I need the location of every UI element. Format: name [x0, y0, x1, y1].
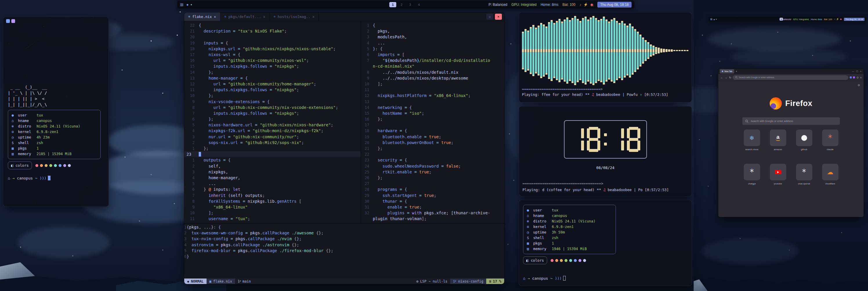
line-number: 6	[184, 187, 199, 192]
shortcut-tile-github[interactable]: github	[796, 129, 812, 151]
workspace-button-3[interactable]: 3	[788, 18, 791, 21]
bottom-pane[interactable]: 1{pkgs, ...}: {2 tux-awesome-wm-config =…	[184, 223, 504, 279]
terminal-tab-icon[interactable]	[11, 19, 15, 23]
line-number: 23	[361, 158, 373, 162]
palette-dot	[40, 164, 43, 167]
code-line: 3 nixpkgs,	[184, 169, 361, 175]
shortcut-tile-claude[interactable]: *claude	[822, 129, 838, 151]
browser-app-icon[interactable]: ●	[716, 18, 717, 20]
workspace-button-2[interactable]: 2	[398, 2, 405, 7]
line-number: 19	[361, 135, 373, 139]
extension-icon[interactable]	[853, 77, 855, 79]
account-icon[interactable]: ⊙	[857, 76, 859, 79]
terminal-fastfetch-window[interactable]: _ __ (_)__ __ | '_ \ | |\ \/ / | | | || …	[3, 17, 109, 207]
system-tray: ♪⚡◉	[579, 3, 593, 7]
fetch-label: memory	[18, 152, 36, 156]
music-title: ffee for your head) **	[541, 92, 592, 97]
code-line: 5 firefox-mod-blur = pkgs.callPackage ./…	[184, 248, 504, 254]
minimize-icon[interactable]: —	[852, 70, 854, 72]
url-bar[interactable]	[733, 75, 848, 80]
branch-icon	[238, 280, 241, 283]
line-number: 14	[184, 70, 199, 75]
refresh-icon[interactable]: ↻	[729, 76, 731, 79]
shortcut-tile-chatgpt[interactable]: *chatgpt	[744, 164, 760, 185]
terminal-tab-icon[interactable]	[6, 19, 10, 23]
workspace-button-4[interactable]: 4	[792, 18, 795, 21]
line-number: 11	[361, 87, 373, 92]
shortcut-tile-amazon[interactable]: aamazon	[770, 129, 786, 151]
code-line: 3 nur.url = "github:nix-community/nur";	[184, 134, 361, 140]
workspace-button-3[interactable]: 3	[407, 2, 414, 7]
tab-close-icon[interactable]: ×	[263, 15, 265, 19]
tab-close-icon[interactable]: ×	[214, 15, 216, 19]
personalize-gear-icon[interactable]: ⚙	[858, 84, 860, 87]
workspace-button-1[interactable]: 1	[389, 2, 396, 7]
terminal-app-icon[interactable]: ◆	[187, 3, 189, 6]
clock-digit-1	[571, 127, 584, 152]
tab-close-icon[interactable]: ×	[312, 15, 314, 19]
shortcut-tile-cloudflare[interactable]: ☁cloudflare	[822, 164, 838, 185]
clock-badge[interactable]: Thu Aug 08, 18:18	[597, 2, 631, 7]
editor-tab-pkgs/default...[interactable]: ❄pkgs/default...×	[220, 12, 270, 21]
buffer-pin-button[interactable]: ◎	[486, 13, 493, 20]
clock-window[interactable]: 08/08/24 ===============================…	[519, 106, 692, 196]
shortcut-tile-chat.openai[interactable]: *chat.openai	[796, 164, 812, 185]
shortcut-tile-youtube[interactable]: youtube	[770, 164, 786, 185]
cava-bar	[686, 50, 688, 51]
shell-prompt[interactable]: ⌂ → canopus ~ )))	[523, 276, 687, 281]
search-input[interactable]	[751, 120, 837, 122]
browser-app-icon[interactable]: ●	[191, 3, 192, 6]
workspace-button-2[interactable]: 2	[784, 18, 787, 21]
maximize-icon[interactable]: ▢	[856, 70, 858, 72]
tab-new-tab[interactable]: New Tab	[720, 69, 734, 74]
editor-tab-flake.nix[interactable]: ❄flake.nix×	[184, 12, 220, 21]
left-pane[interactable]: 22{21 description = "tux's NixOS Flake";…	[184, 21, 361, 223]
terminal-cursor	[563, 276, 566, 281]
media-icon[interactable]: ♪	[834, 18, 835, 20]
cava-bar	[684, 50, 686, 51]
url-input[interactable]	[739, 76, 846, 79]
prompt-home-icon: ⌂	[8, 176, 10, 180]
workspace-button-4[interactable]: 4	[415, 2, 423, 7]
code-line: 31 enable = true;	[361, 204, 504, 210]
new-tab-button[interactable]: +	[736, 70, 737, 73]
volume-icon[interactable]: ⚡	[836, 18, 839, 20]
colors-chip: ◧ colors	[8, 162, 32, 169]
back-icon[interactable]: ←	[720, 76, 723, 79]
shell-prompt[interactable]: ⌂ → canopus ~ )))	[8, 176, 105, 180]
shortcut-tile-search.nixos[interactable]: ❄search.nixos	[744, 129, 760, 151]
fastfetch-window-2[interactable]: ●usertux⌂hnamecanopus❄distroNixOS 24.11 …	[519, 200, 692, 286]
music-visualizer-window[interactable]: ====================================> Pl…	[519, 12, 692, 103]
fetch-value: zsh	[552, 235, 558, 240]
terminal-app-icon[interactable]: ◆	[714, 18, 715, 20]
code-line: 13	[361, 98, 504, 104]
launcher-icon[interactable]: ⊞	[180, 2, 184, 7]
menu-icon[interactable]: ≡	[860, 76, 862, 79]
search-bar[interactable]	[742, 117, 840, 125]
firefox-window[interactable]: New Tab + —▢× ←→↻ ⊙≡ ⚙ Firefox ❄search.n…	[718, 68, 864, 217]
power-icon[interactable]: ◉	[840, 18, 842, 20]
extension-icon[interactable]	[850, 77, 852, 79]
neovim-window[interactable]: ❄flake.nix×❄pkgs/default...×❄hosts/isoIm…	[184, 12, 504, 284]
workspace-button-1[interactable]: 1	[780, 18, 783, 21]
window-controls: —▢×	[852, 70, 861, 72]
cava-bar	[595, 18, 597, 83]
host-icon: ⌂	[527, 213, 533, 218]
clock-badge[interactable]: Thu Aug 08, 18:18	[844, 18, 865, 21]
close-icon[interactable]: ×	[860, 70, 861, 72]
volume-icon[interactable]: ⚡	[583, 3, 588, 7]
scroll-percent: ≡ 17 %	[486, 279, 504, 284]
forward-icon[interactable]: →	[725, 76, 727, 79]
fetch-value: zsh	[36, 141, 43, 145]
code-line: 20	[184, 34, 361, 40]
cava-bar	[642, 37, 644, 64]
cava-bar	[566, 18, 568, 84]
power-icon[interactable]: ◉	[590, 3, 593, 7]
nav-buttons: ←→↻	[720, 76, 731, 79]
editor-tab-hosts/isoImag..[interactable]: ❄hosts/isoImag..×	[270, 12, 319, 21]
launcher-icon[interactable]: ⊞	[710, 18, 713, 21]
right-pane[interactable]: 1{2 pkgs,3 modulesPath,4 ...5}: {6 impor…	[361, 21, 504, 223]
buffer-close-button[interactable]: ×	[495, 13, 502, 20]
code-line: 12 url = "github:nix-community/home-mana…	[184, 81, 361, 87]
media-icon[interactable]: ♪	[579, 3, 581, 7]
